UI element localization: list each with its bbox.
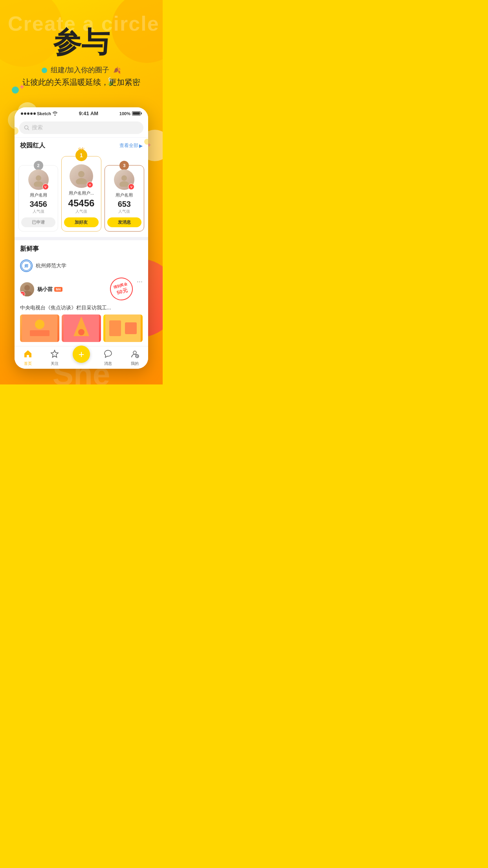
- mine-icon: 学: [130, 349, 139, 360]
- nav-item-home[interactable]: 首页: [15, 349, 41, 366]
- nav-item-messages[interactable]: 消息: [95, 349, 121, 366]
- action-btn-2[interactable]: 已申请: [21, 217, 55, 227]
- signal-dot-4: [30, 112, 33, 115]
- nav-follow-label: 关注: [51, 361, 59, 366]
- post-image-2: [62, 314, 101, 342]
- post-header: V 杨小苗 M4 猜到奖金 50元 ···: [15, 275, 148, 303]
- signal-dot-3: [27, 112, 29, 115]
- svg-point-7: [119, 181, 129, 187]
- rank-badge-1: 1: [75, 149, 87, 161]
- status-bar: Sketch 9:41 AM 100%: [15, 107, 148, 118]
- uni-name: 杭州师范大学: [36, 262, 66, 269]
- campus-section-title: 校园红人: [20, 142, 45, 150]
- rank-card-3: 3 V 用户名用 653: [105, 165, 144, 232]
- hero-sub1: 组建/加入你的圈子 🍂: [12, 65, 151, 75]
- uni-card[interactable]: 师 杭州师范大学: [15, 256, 148, 275]
- svg-point-22: [133, 351, 136, 354]
- status-left: Sketch: [21, 111, 58, 116]
- post-image-1: [20, 314, 59, 342]
- avatar-v-badge-1: V: [87, 182, 93, 188]
- avatar-wrap-2: V: [28, 169, 49, 190]
- battery-icon: [132, 111, 142, 116]
- fresh-section: 新鲜事 师 杭州师范大学: [15, 240, 148, 346]
- popularity-1: 45456: [68, 198, 95, 209]
- svg-line-1: [28, 129, 29, 130]
- ranking-area: 2 V 用户名用 3456: [15, 152, 148, 237]
- search-bar[interactable]: 搜索: [19, 121, 143, 134]
- app-content: 搜索 校园红人 查看全部 ▶ 2: [15, 118, 148, 369]
- nav-mine-label: 我的: [131, 361, 139, 366]
- avatar-wrap-3: V: [114, 169, 134, 190]
- fresh-title: 新鲜事: [20, 245, 39, 252]
- reward-circle: 猜到奖金 50元: [107, 275, 135, 303]
- post-avatar: V: [20, 282, 34, 296]
- bottom-nav: 首页 关注 +: [15, 346, 148, 369]
- svg-marker-21: [51, 350, 58, 357]
- svg-point-4: [78, 171, 84, 177]
- battery-body: [132, 111, 141, 116]
- svg-text:学: 学: [136, 355, 139, 358]
- page-wrapper: + + × ⚑ 🍃 Create a circle 参与 组建/加入你的圈子 🍂…: [0, 0, 163, 384]
- post-user-info: 杨小苗 M4: [37, 286, 107, 293]
- user-name-2: 用户名用: [30, 192, 47, 198]
- rank-badge-2: 2: [34, 161, 43, 170]
- uni-logo: 师: [20, 259, 33, 272]
- hero-sub2: 让彼此的关系温暖延续，更加紧密: [12, 77, 151, 88]
- plus-icon: +: [78, 349, 84, 359]
- nav-item-plus[interactable]: +: [68, 353, 95, 363]
- svg-rect-14: [30, 330, 50, 336]
- rank-badge-3: 3: [119, 161, 129, 170]
- action-btn-3[interactable]: 发消息: [107, 217, 141, 227]
- uni-logo-inner: 师: [21, 260, 32, 271]
- rank-card-1: 👑 1 V 用户名用户...: [61, 156, 101, 232]
- post-username-text: 杨小苗: [37, 286, 53, 293]
- nav-item-mine[interactable]: 学 我的: [121, 349, 148, 366]
- hero-sub1-text: 组建/加入你的圈子: [51, 66, 109, 74]
- user-tag: M4: [54, 287, 62, 292]
- post-image-3: [103, 314, 143, 342]
- post-avatar-v: V: [20, 291, 25, 296]
- avatar-v-badge-3: V: [128, 184, 134, 190]
- rank-card-2: 2 V 用户名用 3456: [18, 165, 58, 232]
- svg-point-10: [24, 285, 30, 291]
- battery-tip: [141, 112, 142, 114]
- popularity-label-1: 人气值: [75, 209, 87, 214]
- post-username: 杨小苗 M4: [37, 286, 107, 293]
- status-dots: [21, 112, 36, 115]
- svg-point-3: [34, 181, 43, 187]
- signal-dot-2: [24, 112, 26, 115]
- avatar-v-badge-2: V: [42, 184, 49, 190]
- nav-home-label: 首页: [24, 361, 32, 366]
- svg-rect-20: [125, 322, 137, 334]
- fresh-header: 新鲜事: [15, 240, 148, 256]
- hero-section: Create a circle 参与 组建/加入你的圈子 🍂 让彼此的关系温暖延…: [0, 0, 163, 96]
- hero-main-title: 参与: [12, 24, 151, 61]
- user-name-1: 用户名用户...: [69, 190, 94, 196]
- home-icon: [24, 349, 32, 360]
- svg-point-6: [121, 175, 127, 181]
- plus-button[interactable]: +: [73, 346, 90, 363]
- view-all-button[interactable]: 查看全部 ▶: [119, 142, 143, 149]
- nav-messages-label: 消息: [104, 361, 112, 366]
- svg-point-17: [78, 329, 84, 335]
- popularity-label-3: 人气值: [118, 209, 130, 214]
- post-more-icon[interactable]: ···: [137, 278, 143, 286]
- message-icon: [104, 349, 112, 360]
- svg-point-5: [76, 178, 87, 184]
- phone-mockup: Sketch 9:41 AM 100%: [15, 107, 148, 369]
- status-wifi-icon: [52, 111, 58, 116]
- signal-dot-5: [33, 112, 36, 115]
- action-btn-1[interactable]: 加好友: [64, 217, 98, 227]
- svg-point-13: [35, 320, 44, 329]
- search-icon: [24, 125, 29, 131]
- status-right: 100%: [119, 111, 142, 116]
- search-placeholder-text: 搜索: [32, 124, 43, 131]
- nav-item-follow[interactable]: 关注: [41, 349, 68, 366]
- view-all-label: 查看全部: [119, 142, 138, 149]
- avatar-wrap-1: V: [70, 164, 93, 188]
- status-carrier: Sketch: [37, 111, 51, 116]
- follow-icon: [50, 349, 59, 360]
- popularity-label-2: 人气值: [33, 209, 44, 214]
- phone-deco-right: [144, 139, 148, 145]
- signal-dot-1: [21, 112, 23, 115]
